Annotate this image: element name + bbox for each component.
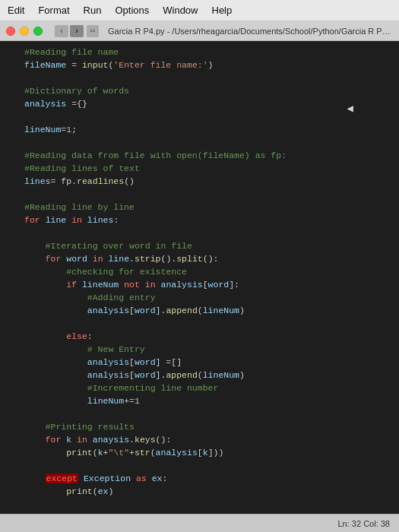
window-title: Garcia R P4.py - /Users/rheagarcia/Docum… [108, 27, 393, 36]
code-line: print(ex) [24, 485, 396, 498]
minimize-button[interactable] [20, 27, 29, 36]
code-line: analysis[word] =[] [24, 356, 396, 369]
code-line: lineNum+=1 [24, 394, 396, 407]
code-line: #Adding entry [24, 291, 396, 304]
code-line: else: [24, 330, 396, 343]
code-line [24, 459, 396, 472]
maximize-button[interactable] [33, 27, 43, 36]
code-line: #Reading lines of text [24, 162, 396, 175]
titlebar: ‹ › ▭ Garcia R P4.py - /Users/rheagarcia… [0, 21, 399, 41]
code-line: lineNum=1; [24, 123, 396, 136]
menu-window[interactable]: Window [163, 5, 198, 16]
code-line [24, 110, 396, 123]
cursor-position: Ln: 32 Col: 38 [338, 519, 391, 528]
code-line: lines= fp.readlines() [24, 175, 396, 188]
code-line: for line in lines: [24, 214, 396, 226]
code-line: analysis[word].append(lineNum) [24, 369, 396, 382]
menu-run[interactable]: Run [84, 5, 102, 16]
code-line [24, 188, 396, 201]
menu-options[interactable]: Options [115, 5, 149, 16]
code-line: if lineNum not in analysis[word]: [24, 278, 396, 291]
code-line [24, 71, 396, 84]
code-line: #Incrementing line number [24, 382, 396, 394]
statusbar: Ln: 32 Col: 38 [0, 514, 399, 532]
code-line: for word in line.strip().split(): [24, 252, 396, 265]
code-line [24, 407, 396, 420]
code-content[interactable]: #Reading file name fileName = input('Ent… [21, 41, 399, 514]
back-arrow[interactable]: ‹ [55, 25, 68, 37]
menu-format[interactable]: Format [38, 5, 69, 16]
code-line: #Printing results [24, 420, 396, 433]
code-line [24, 136, 396, 149]
close-button[interactable] [6, 27, 15, 36]
forward-arrow[interactable]: › [70, 25, 84, 37]
code-line: #Reading data from file with open(fileNa… [24, 149, 396, 162]
menubar: Edit Format Run Options Window Help [0, 0, 399, 21]
code-line: #Dictionary of words [24, 84, 396, 97]
menu-help[interactable]: Help [212, 5, 233, 16]
code-line: #Reading line by line [24, 201, 396, 214]
line-gutter [0, 41, 21, 514]
code-line: #Reading file name [24, 46, 396, 59]
code-line [24, 317, 396, 330]
editor[interactable]: #Reading file name fileName = input('Ent… [0, 41, 399, 514]
code-line: analysis[word].append(lineNum) [24, 304, 396, 317]
expand-button[interactable]: ▭ [87, 25, 99, 37]
code-line: print(k+"\t"+str(analysis[k])) [24, 446, 396, 459]
code-line: #Iterating over word in file [24, 239, 396, 252]
code-line: except Exception as ex: [24, 472, 396, 485]
code-line: for k in anaysis.keys(): [24, 433, 396, 446]
code-line: #checking for existence [24, 265, 396, 278]
code-line: analysis ={} [24, 97, 396, 110]
code-line: fileName = input('Enter file name:') [24, 59, 396, 71]
nav-arrows: ‹ › ▭ [55, 25, 99, 37]
code-line [24, 226, 396, 239]
code-line: # New Entry [24, 343, 396, 356]
traffic-lights [6, 27, 43, 36]
menu-edit[interactable]: Edit [8, 5, 24, 16]
